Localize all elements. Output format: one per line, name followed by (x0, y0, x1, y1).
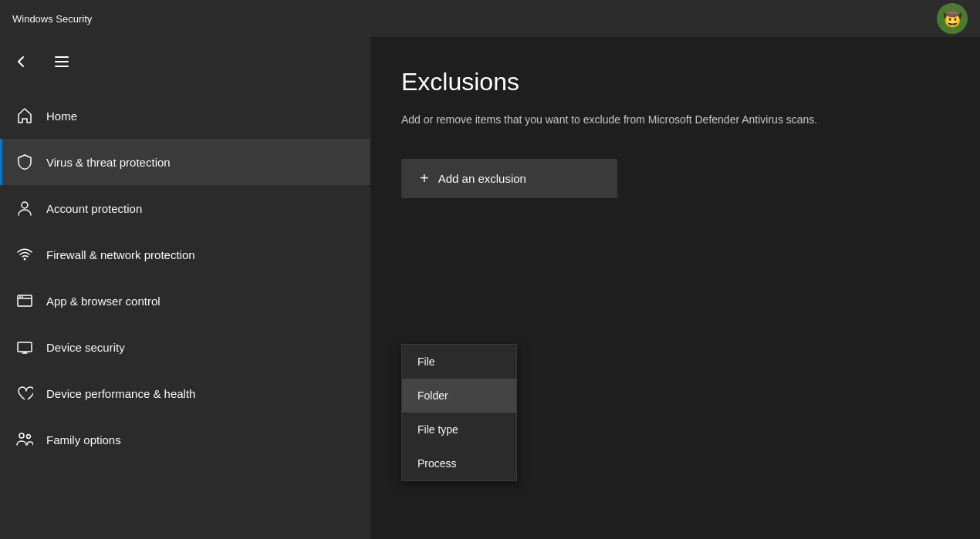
sidebar-item-firewall-label: Firewall & network protection (46, 248, 195, 261)
dropdown-item-folder[interactable]: Folder (402, 379, 516, 413)
dropdown-item-file-type[interactable]: File type (402, 413, 516, 446)
plus-icon: + (420, 170, 429, 187)
dropdown-item-process[interactable]: Process (402, 446, 516, 480)
hamburger-line-1 (55, 56, 69, 58)
page-title: Exclusions (401, 68, 949, 96)
shield-icon (15, 153, 34, 171)
home-icon (15, 106, 34, 125)
dropdown-item-file[interactable]: File (402, 345, 516, 379)
svg-point-0 (22, 202, 28, 208)
sidebar-item-virus-threat[interactable]: Virus & threat protection (0, 139, 370, 185)
hamburger-line-2 (55, 61, 69, 62)
back-icon (15, 56, 28, 68)
back-button[interactable] (6, 46, 37, 77)
family-icon (15, 430, 34, 449)
avatar: 🤠 (937, 3, 968, 34)
title-bar: Windows Security 🤠 (0, 0, 980, 37)
sidebar-top (0, 37, 370, 86)
wifi-icon (15, 245, 34, 264)
sidebar-item-account-protection-label: Account protection (46, 202, 142, 215)
sidebar: Home Virus & threat protection (0, 37, 370, 539)
person-icon (15, 199, 34, 217)
sidebar-item-family-options-label: Family options (46, 433, 121, 446)
sidebar-item-device-performance-label: Device performance & health (46, 387, 195, 400)
sidebar-item-home[interactable]: Home (0, 93, 370, 139)
sidebar-item-firewall[interactable]: Firewall & network protection (0, 231, 370, 278)
sidebar-item-home-label: Home (46, 109, 77, 123)
sidebar-item-app-browser-label: App & browser control (46, 295, 161, 308)
page-description: Add or remove items that you want to exc… (401, 112, 949, 128)
browser-icon (15, 291, 34, 310)
add-exclusion-label: Add an exclusion (438, 172, 526, 185)
content-area: Exclusions Add or remove items that you … (370, 37, 980, 539)
sidebar-item-device-performance[interactable]: Device performance & health (0, 370, 370, 416)
exclusion-dropdown-menu: File Folder File type Process (401, 344, 517, 481)
svg-point-9 (19, 433, 24, 438)
sidebar-item-account-protection[interactable]: Account protection (0, 185, 370, 231)
main-layout: Home Virus & threat protection (0, 37, 980, 539)
svg-point-1 (24, 258, 26, 261)
device-icon (15, 338, 34, 356)
sidebar-item-device-security[interactable]: Device security (0, 324, 370, 370)
hamburger-line-3 (55, 66, 69, 67)
hamburger-button[interactable] (46, 46, 77, 77)
heart-icon (15, 384, 34, 403)
sidebar-item-device-security-label: Device security (46, 341, 125, 354)
svg-rect-6 (18, 342, 32, 352)
svg-point-10 (27, 435, 31, 439)
sidebar-item-app-browser[interactable]: App & browser control (0, 278, 370, 324)
app-title: Windows Security (12, 13, 92, 25)
add-exclusion-button[interactable]: + Add an exclusion (401, 159, 617, 198)
nav-items: Home Virus & threat protection (0, 86, 370, 539)
sidebar-item-virus-threat-label: Virus & threat protection (46, 156, 171, 169)
sidebar-item-family-options[interactable]: Family options (0, 416, 370, 463)
